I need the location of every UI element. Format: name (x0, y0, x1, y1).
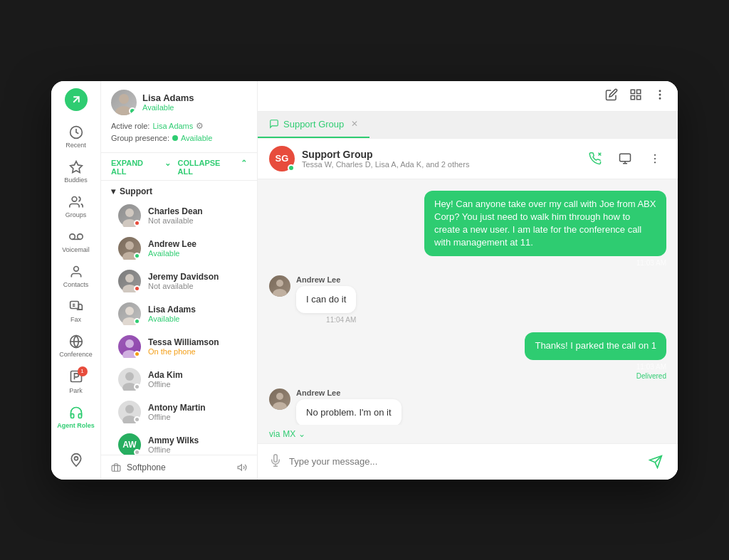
user-status-dot (129, 107, 136, 115)
gear-icon[interactable]: ⚙ (196, 121, 204, 131)
sidebar-item-location[interactable] (66, 447, 86, 472)
status-dot-busy (134, 285, 140, 292)
svg-point-25 (125, 339, 134, 348)
role-link[interactable]: Lisa Adams (152, 122, 193, 130)
role-row: Active role: Lisa Adams ⚙ (111, 121, 247, 131)
list-item[interactable]: Andrew Lee Available (101, 232, 257, 265)
send-button[interactable] (645, 451, 666, 472)
list-item[interactable]: Jeremy Davidson Not available (101, 265, 257, 297)
msg-sender: Andrew Lee (296, 389, 402, 397)
chat-top-bar (258, 81, 678, 112)
contact-name: Tessa Williamson (148, 337, 247, 347)
svg-point-21 (125, 274, 134, 282)
svg-rect-36 (637, 95, 641, 99)
svg-rect-35 (631, 95, 634, 99)
list-item[interactable]: Lisa Adams Available (101, 297, 257, 330)
softphone-icon (111, 463, 121, 472)
svg-rect-33 (631, 90, 634, 93)
nav-logo[interactable] (65, 88, 88, 111)
user-avatar (111, 90, 137, 115)
chat-header-left: SG Support Group Tessa W, Charles D, Lis… (269, 146, 469, 171)
contact-status: Offline (148, 413, 247, 421)
chat-header: SG Support Group Tessa W, Charles D, Lis… (258, 139, 678, 179)
svg-point-37 (659, 90, 661, 92)
sidebar-item-contacts[interactable]: Contacts (51, 259, 100, 294)
msg-time: 11:03 AM (424, 259, 666, 267)
msg-delivered: Delivered (525, 372, 666, 380)
softphone-label: Softphone (127, 463, 166, 472)
via-value[interactable]: MX (283, 429, 295, 439)
status-dot-offline (134, 449, 140, 455)
contact-status: Offline (148, 380, 247, 389)
svg-point-48 (276, 280, 283, 287)
list-item[interactable]: Antony Martin Offline (101, 396, 257, 428)
collapse-all-btn[interactable]: COLLAPSE ALL (178, 159, 234, 176)
sidebar-item-recent[interactable]: Recent (51, 120, 100, 154)
list-item[interactable]: Ada Kim Offline (101, 363, 257, 396)
sidebar-item-groups[interactable]: Groups (51, 189, 100, 224)
user-status: Available (142, 103, 194, 112)
mic-icon[interactable] (269, 454, 282, 470)
contacts-list: ▾ Support Charles Dean Not available (101, 181, 257, 455)
tab-label: Support Group (283, 119, 344, 130)
svg-marker-32 (238, 464, 241, 470)
svg-point-3 (72, 196, 77, 201)
call-btn[interactable] (584, 147, 607, 170)
softphone-bar: Softphone (101, 455, 257, 480)
expand-chevron: ⌄ (164, 159, 171, 176)
list-item[interactable]: AW Ammy Wilks Offline (101, 428, 257, 455)
avatar (118, 401, 141, 423)
more-icon[interactable] (654, 88, 666, 104)
contacts-header: Lisa Adams Available Active role: Lisa A… (101, 81, 257, 153)
sidebar-item-conference[interactable]: Conference (51, 329, 100, 364)
list-item[interactable]: Tessa Williamson On the phone (101, 330, 257, 363)
status-dot-available (134, 318, 140, 324)
volume-icon[interactable] (237, 463, 247, 472)
presence-row: Group presence: Available (111, 134, 247, 142)
chat-input-bar (258, 443, 678, 480)
message-input[interactable] (289, 456, 638, 467)
sidebar-item-agent-roles[interactable]: Agent Roles (51, 400, 100, 435)
contact-status: Offline (148, 445, 247, 454)
svg-point-50 (276, 393, 283, 400)
svg-point-27 (125, 372, 134, 381)
chat-tabs: Support Group ✕ (258, 112, 678, 139)
tab-support-group[interactable]: Support Group ✕ (258, 112, 369, 138)
svg-line-0 (73, 97, 79, 102)
svg-point-15 (119, 94, 129, 104)
contact-name: Jeremy Davidson (148, 272, 247, 282)
message-row: Hey! Can anyone take over my call with J… (269, 191, 666, 268)
svg-rect-31 (112, 465, 120, 471)
group-online-dot (288, 164, 295, 171)
presence-dot (172, 135, 178, 141)
contact-name: Ada Kim (148, 370, 247, 380)
icon-nav: Recent Buddies Groups Voicemail (51, 81, 101, 480)
contact-name: Antony Martin (148, 403, 247, 413)
sidebar-item-fax[interactable]: Fax (51, 294, 100, 329)
sidebar-item-park[interactable]: 1 Park (51, 364, 100, 400)
tab-close-btn[interactable]: ✕ (351, 119, 358, 129)
msg-time: 11:03 AM (525, 363, 666, 371)
sidebar-item-voicemail[interactable]: Voicemail (51, 224, 100, 259)
msg-sender: Andrew Lee (296, 275, 356, 284)
svg-point-46 (654, 157, 656, 159)
app-container: Recent Buddies Groups Voicemail (51, 81, 678, 480)
edit-icon[interactable] (605, 88, 618, 104)
contact-status: Not available (148, 282, 247, 290)
avatar: AW (118, 433, 141, 455)
via-chevron: ⌄ (298, 429, 305, 439)
chat-panel: Support Group ✕ SG Support Group Tessa W… (258, 81, 678, 480)
message-bubble: Thanks! I parked the call on 1 (525, 332, 666, 359)
header-more-btn[interactable] (644, 147, 666, 170)
msg-time: 11:04 AM (296, 316, 356, 324)
group-label: Support (120, 186, 152, 196)
list-item[interactable]: Charles Dean Not available (101, 199, 257, 232)
svg-point-49 (273, 289, 287, 297)
screen-share-btn[interactable] (614, 147, 636, 170)
svg-point-7 (73, 266, 78, 271)
chat-header-actions (584, 147, 666, 170)
sidebar-item-buddies[interactable]: Buddies (51, 154, 100, 189)
expand-all-btn[interactable]: EXPAND ALL (111, 159, 157, 176)
grid-icon[interactable] (629, 88, 642, 104)
group-header-support[interactable]: ▾ Support (101, 181, 257, 199)
